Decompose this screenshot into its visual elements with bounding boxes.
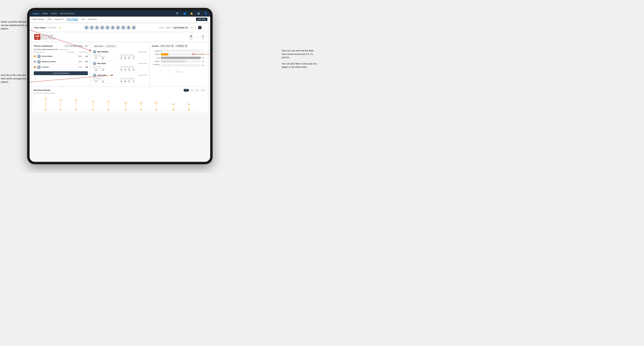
player-name: Blair McHarg: [97, 51, 137, 53]
team-avatars: 👤 👤 👤 👤 👤 👤 👤 👤 👤 👤: [63, 25, 157, 30]
view-leaderboard-button[interactable]: View Full Leaderboard: [34, 71, 88, 75]
streak-point: 6x: [59, 99, 62, 111]
subnav-all-players[interactable]: All Players: [88, 18, 97, 21]
bell-icon[interactable]: 🔔: [190, 12, 194, 15]
streaks-chart: 7x 6x 6x 5x 5x 4x 4x 4x 3x 3x: [34, 95, 206, 111]
subnav-hcaps[interactable]: Hcaps 1-5: [55, 18, 64, 21]
practice-stat: Practice 6: [100, 56, 105, 59]
avatar-1: 👤: [84, 25, 89, 30]
rank-badge-1: 1: [34, 55, 36, 57]
avatar-6: 👤: [110, 25, 115, 30]
streak-point: 4x: [155, 102, 158, 111]
streak-dot: [60, 109, 62, 111]
activities-row: OTT 0 APP 0 ARG 0 PUTT 1: [120, 56, 147, 59]
nav-performance[interactable]: My Performance: [60, 12, 74, 14]
bar-track: [161, 53, 201, 56]
streak-point: 4x: [124, 102, 127, 111]
filter-app[interactable]: APP: [189, 89, 194, 92]
tournament-stat: Tournament 8: [93, 68, 99, 71]
streak-dot: [172, 109, 174, 111]
subnav-tour[interactable]: Tour: [81, 18, 85, 21]
leaderboard-row: 2 Edward Crossman 18/20 107: [34, 59, 88, 64]
lb-col-player: PLAYER NAME: [34, 51, 67, 53]
user-avatar-icon[interactable]: 👤: [204, 12, 208, 15]
team-count: | 14 Players: [47, 27, 56, 29]
player-date: 02 Sep 2023: [138, 63, 147, 64]
bar-value: 96: [202, 53, 206, 55]
sort-icon[interactable]: ↕: [202, 26, 206, 29]
player-stats-grid: Total Rounds Tournament 7 Practice 2 Tot…: [93, 78, 147, 83]
settings-icon[interactable]: ⚙️: [197, 12, 200, 15]
activity-toggle-group: Most Active Least Active: [93, 44, 117, 48]
most-active-toggle[interactable]: Most Active: [93, 45, 105, 47]
player-row: Rees Britt 02 Sep 2023: [93, 62, 147, 65]
streaks-subtitle: Off The Tee, Fairway Accuracy: [34, 92, 206, 94]
show-period-select[interactable]: Last 3 months Last 6 months Last year: [172, 26, 188, 29]
yds-2-label: yds: [200, 38, 206, 40]
rank-badge-2: 2: [34, 61, 36, 63]
least-active-toggle[interactable]: Least Active: [105, 45, 116, 47]
best-round-streaks-card: Best Round Streaks OTT APP ARG PUTT Off …: [32, 87, 208, 113]
drill-select[interactable]: PUTT Must Make Putting ...: [63, 44, 88, 47]
people-icon[interactable]: 👥: [183, 12, 186, 15]
rounds-row: Tournament 7 Practice 2: [93, 79, 120, 83]
practice-stat: Practice 2: [100, 79, 105, 83]
arg-stat: ARG 0: [128, 79, 130, 83]
leaderboards-header: Practice Leaderboards PUTT Must Make Put…: [34, 44, 88, 47]
filter-putt[interactable]: PUTT: [200, 89, 206, 92]
player-filter-select[interactable]: All Players: [175, 44, 188, 47]
bar-value: 3: [202, 50, 206, 52]
team-header-card: Team Clippd | 14 Players ✏️ 👤 👤 👤 👤 👤 👤 …: [32, 24, 208, 31]
shot-dist-label: Shot Dist: 16 yds: [41, 34, 56, 36]
subnav-pga[interactable]: PGA: [48, 18, 52, 21]
search-icon[interactable]: 🔍: [176, 12, 180, 15]
nav-home[interactable]: Home: [42, 12, 48, 14]
subnav-pgat[interactable]: PGAT Players: [32, 18, 44, 21]
nav-teams[interactable]: Teams: [51, 12, 57, 14]
detail-view-icon[interactable]: ◫: [198, 26, 202, 29]
subnav-team-clippd[interactable]: Team Clippd: [67, 18, 78, 21]
sub-nav: PGAT Players PGA Hcaps 1-5 Team Clippd T…: [30, 16, 210, 22]
rounds-section: Total Rounds Tournament 7 Practice 2: [93, 78, 120, 83]
player-name: Josh Coles: [97, 74, 137, 76]
player-name: Rees Britt: [97, 63, 137, 64]
active-players-list: Blair McHarg 26 Aug 2023 Total Rounds To…: [93, 49, 147, 84]
annotation-bottom-left: See who is the most and least active amo…: [1, 73, 29, 84]
bar-track: [161, 60, 201, 63]
streak-point: 5x: [107, 101, 110, 111]
streak-count: 3x: [172, 103, 175, 105]
list-view-icon[interactable]: ≡: [194, 26, 198, 29]
annotation-bottom-left-text: See who is the most and least active amo…: [1, 73, 29, 84]
bar-label: Eagles: [152, 50, 160, 52]
player-row: Blair McHarg 26 Aug 2023: [93, 50, 147, 53]
par-filter-select[interactable]: Par 3, 4 & 5s Par 3s Par 4s Par 5s: [160, 44, 174, 47]
annotation-top-left: Select a practice drill and see the lead…: [1, 20, 29, 30]
streaks-header: Best Round Streaks OTT APP ARG PUTT: [34, 89, 206, 92]
ipad-screen: clippd Home Teams My Performance 🔍 👥 🔔 ⚙…: [30, 10, 210, 162]
active-player-entry: Rees Britt 02 Sep 2023 Total Rounds Tour…: [93, 61, 147, 72]
team-show: Show: Last 3 months Last 6 months Last y…: [166, 26, 188, 29]
streak-count: 7x: [44, 98, 47, 99]
players-label: Players: [159, 27, 164, 29]
show-label: Show:: [166, 27, 171, 29]
player-icon: [93, 73, 96, 77]
rounds-row: Tournament 8 Practice 4: [93, 68, 120, 71]
leaderboard-rows: 1 Richard Butle... 19/20 110 2 Edward Cr…: [34, 54, 88, 70]
activities-section: Total Practice Activities OTT 0 APP 0 AR…: [120, 78, 147, 83]
streak-dot: [125, 109, 126, 111]
filter-ott[interactable]: OTT: [184, 89, 189, 92]
bar-fill: [161, 53, 168, 56]
shot-lie-label: Start Lie: Rough: [41, 36, 56, 38]
most-active-card: Most Active Least Active Blair McHarg 26…: [91, 43, 148, 86]
grid-view-icon[interactable]: ⊞: [190, 26, 194, 29]
bar-row-bogeys: Bogeys 311: [152, 60, 206, 63]
streak-dot: [108, 109, 110, 111]
practice-stat: Practice 4: [100, 68, 105, 71]
edit-icon[interactable]: ✏️: [59, 27, 61, 29]
avatar-5: 👤: [105, 25, 110, 30]
add-team-button[interactable]: Add Team: [196, 18, 208, 21]
ott-stat: OTT 0: [120, 79, 123, 83]
filter-pills: OTT APP ARG PUTT: [184, 89, 206, 92]
filter-arg[interactable]: ARG: [194, 89, 200, 92]
rounds-label: Total Rounds: [93, 78, 120, 79]
